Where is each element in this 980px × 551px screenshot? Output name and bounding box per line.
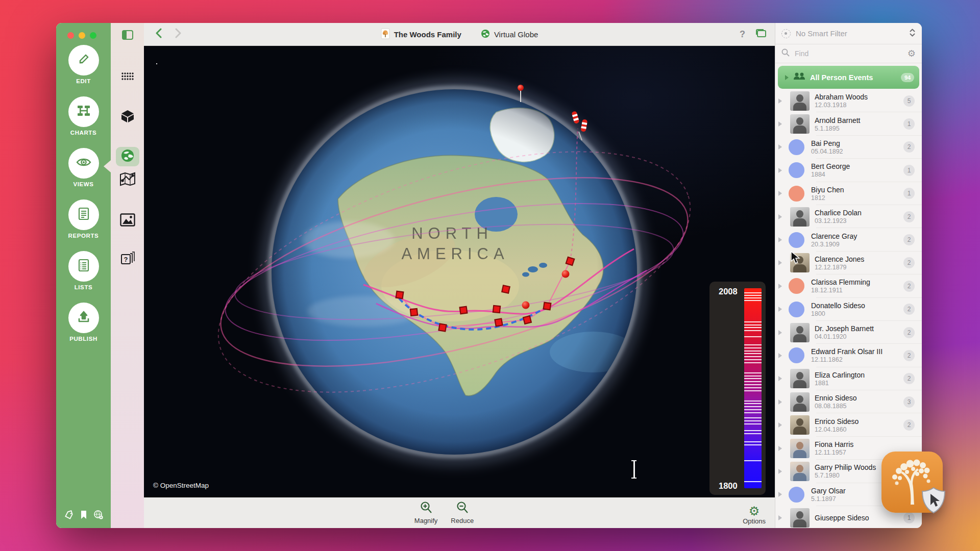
sidebar-item-publish[interactable]: PUBLISH	[56, 303, 111, 354]
disclosure-triangle[interactable]	[778, 422, 782, 428]
route-map-icon[interactable]	[119, 172, 136, 188]
disclosure-triangle[interactable]	[778, 330, 782, 335]
person-row[interactable]: Donatello Sideso 1800 2	[775, 298, 922, 321]
sidebar-item-edit[interactable]: EDIT	[56, 45, 111, 96]
sidebar-item-views[interactable]: VIEWS	[56, 148, 111, 199]
disclosure-triangle[interactable]	[778, 492, 782, 497]
person-row[interactable]: Clarence Gray 20.3.1909 2	[775, 228, 922, 251]
search-settings-gear-icon[interactable]: ⚙	[908, 48, 916, 59]
all-person-events-label: All Person Events	[810, 73, 897, 82]
view-title[interactable]: Virtual Globe	[481, 29, 538, 40]
person-row[interactable]: Bai Peng 05.04.1892 2	[775, 136, 922, 159]
virtual-globe-icon[interactable]	[120, 148, 135, 165]
eye-icon	[75, 154, 92, 173]
disclosure-triangle[interactable]	[778, 399, 782, 405]
reduce-button[interactable]: Reduce	[451, 501, 474, 524]
person-row[interactable]: Edward Frank Olsar III 12.11.1862 2	[775, 344, 922, 367]
disclosure-triangle[interactable]	[778, 237, 782, 242]
chart-tree-icon	[76, 103, 92, 121]
avatar	[789, 487, 804, 503]
event-count-badge: 2	[903, 419, 915, 431]
person-row[interactable]: Abraham Woods 12.03.1918 5	[775, 89, 922, 112]
event-count-badge: 1	[903, 512, 915, 523]
search-icon	[781, 48, 790, 59]
fullscreen-windows-icon[interactable]	[755, 29, 767, 40]
person-row[interactable]: Biyu Chen 1812 1	[775, 182, 922, 205]
disclosure-triangle[interactable]	[778, 214, 782, 219]
person-date: 1800	[811, 310, 898, 317]
person-row[interactable]: Eliza Carlington 1881 2	[775, 367, 922, 390]
person-name: Edward Frank Olsar III	[811, 347, 898, 356]
disclosure-triangle[interactable]	[778, 168, 782, 173]
zoom-out-icon	[456, 501, 469, 516]
sidebar-item-charts[interactable]: CHARTS	[56, 96, 111, 148]
disclosure-triangle[interactable]	[778, 307, 782, 312]
sidebar-item-reports[interactable]: REPORTS	[56, 199, 111, 251]
globe-add-icon[interactable]	[93, 510, 104, 522]
person-row[interactable]: Enrico Sideso 12.04.1860 2	[775, 413, 922, 436]
person-name: Bai Peng	[811, 139, 898, 147]
person-row[interactable]: Bert George 1884 1	[775, 159, 922, 182]
all-person-events-row[interactable]: All Person Events 94	[778, 66, 919, 89]
rail-bottom-tools	[64, 510, 104, 522]
avatar	[790, 207, 810, 227]
person-date: 18.12.1911	[811, 287, 898, 294]
disclosure-triangle[interactable]	[778, 144, 782, 149]
shield-cursor-icon	[919, 486, 948, 515]
person-row[interactable]: Arnold Barnett 5.1.1895 1	[775, 112, 922, 135]
person-name: Clarence Jones	[815, 255, 898, 263]
person-date: 03.12.1923	[815, 217, 898, 224]
event-count-badge: 2	[903, 234, 915, 245]
disclosure-triangle[interactable]	[778, 515, 782, 520]
disclosure-triangle[interactable]	[778, 121, 782, 127]
disclosure-triangle[interactable]	[778, 98, 782, 104]
back-button[interactable]	[155, 28, 162, 40]
mouse-cursor	[790, 251, 801, 264]
person-row[interactable]: Charlice Dolan 03.12.1923 2	[775, 205, 922, 228]
event-count-badge: 2	[903, 350, 915, 361]
disclosure-triangle[interactable]	[778, 284, 782, 289]
app-grid-icon[interactable]	[121, 72, 134, 84]
all-person-events-badge: 94	[901, 73, 914, 82]
person-name: Biyu Chen	[811, 186, 898, 194]
help-icon[interactable]: ?	[740, 29, 745, 40]
magnify-button[interactable]: Magnify	[414, 501, 438, 524]
bookmark-icon[interactable]	[80, 510, 87, 521]
cube-3d-icon[interactable]	[120, 109, 135, 126]
map-attribution: © OpenStreetMap	[153, 482, 209, 489]
disclosure-triangle[interactable]	[778, 376, 782, 381]
forward-button[interactable]	[175, 28, 182, 40]
disclosure-triangle[interactable]	[785, 75, 789, 80]
find-input[interactable]	[794, 49, 903, 58]
avatar	[789, 186, 804, 202]
smart-filter-select[interactable]: No Smart Filter	[775, 23, 922, 44]
disclosure-triangle[interactable]	[778, 353, 782, 358]
person-row[interactable]: Clarissa Flemming 18.12.1911 2	[775, 274, 922, 297]
close-button[interactable]	[67, 32, 74, 39]
event-count-badge: 2	[903, 257, 915, 268]
person-date: 12.11.1862	[811, 356, 898, 363]
avatar	[790, 439, 810, 458]
globe-viewport[interactable]: NORTH AMERICA	[144, 46, 775, 497]
main-area: The Woods Family Virtual Globe ?	[144, 23, 775, 528]
person-name: Clarence Gray	[811, 232, 898, 240]
sidebar-item-lists[interactable]: LISTS	[56, 251, 111, 303]
zoom-button[interactable]	[90, 32, 96, 39]
person-name: Eliza Carlington	[815, 371, 898, 379]
sidebar-toggle-icon[interactable]	[122, 30, 133, 42]
disclosure-triangle[interactable]	[778, 260, 782, 265]
options-button[interactable]: ⚙ Options	[743, 505, 766, 525]
document-title[interactable]: The Woods Family	[381, 28, 461, 41]
disclosure-triangle[interactable]	[778, 446, 782, 451]
disclosure-triangle[interactable]	[778, 191, 782, 196]
faq-pages-icon[interactable]: ?	[120, 250, 135, 267]
disclosure-triangle[interactable]	[778, 469, 782, 474]
person-row[interactable]: Ennio Sideso 08.08.1885 3	[775, 390, 922, 413]
avatar	[790, 369, 810, 388]
tag-icon[interactable]	[64, 510, 74, 522]
photo-icon[interactable]	[120, 213, 135, 229]
person-name: Fiona Harris	[815, 440, 915, 448]
person-row[interactable]: Dr. Joseph Barnett 04.01.1920 2	[775, 321, 922, 344]
person-name: Giuseppe Sideso	[815, 514, 898, 522]
minimize-button[interactable]	[79, 32, 85, 39]
